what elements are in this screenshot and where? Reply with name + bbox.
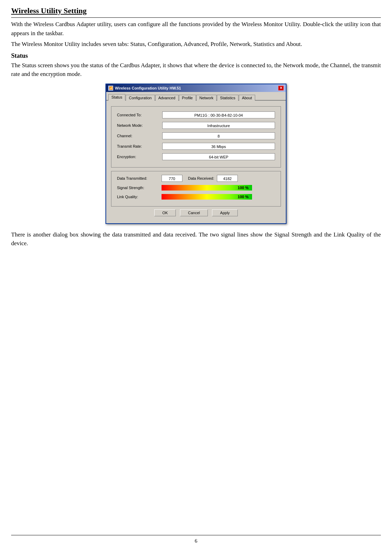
intro-paragraph-2: The Wireless Monitor Utility includes se…: [11, 40, 381, 49]
apply-button[interactable]: Apply: [212, 209, 238, 216]
link-quality-label: Link Quality:: [117, 195, 159, 199]
link-quality-percent: 100 %: [238, 194, 249, 200]
cancel-button[interactable]: Cancel: [180, 209, 208, 216]
data-received-label: Data Received:: [188, 176, 214, 180]
footer-paragraph: There is another dialog box showing the …: [11, 230, 381, 248]
link-quality-row: Link Quality: 100 %: [117, 194, 275, 200]
link-quality-fill: 100 %: [162, 194, 252, 200]
network-mode-row: Network Mode: Infrastructure: [117, 122, 275, 129]
connected-to-value: PM11G : 00-30-B4-82-10-04: [162, 111, 275, 118]
tab-configuration[interactable]: Configuration: [126, 95, 155, 101]
channel-label: Channel:: [117, 134, 162, 138]
ok-button[interactable]: OK: [154, 209, 176, 216]
tab-status[interactable]: Status: [108, 94, 125, 101]
titlebar-left: 📶 Wireless Configuration Utility HW.51: [108, 86, 181, 91]
tab-network[interactable]: Network: [196, 95, 217, 101]
dialog-icon: 📶: [108, 86, 113, 91]
signal-strength-percent: 100 %: [238, 185, 249, 191]
connected-to-row: Connected To: PM11G : 00-30-B4-82-10-04: [117, 111, 275, 118]
signal-strength-row: Signal Strength: 100 %: [117, 185, 275, 191]
network-mode-label: Network Mode:: [117, 123, 162, 127]
channel-value: 8: [162, 132, 275, 139]
tab-bar: Status Configuration Advanced Profile Ne…: [106, 92, 286, 101]
signal-strength-label: Signal Strength:: [117, 186, 159, 190]
link-quality-bar: 100 %: [162, 194, 252, 200]
status-paragraph: The Status screen shows you the status o…: [11, 61, 381, 79]
page-number: 6: [195, 538, 197, 544]
data-transmitted-label: Data Transmitted:: [117, 176, 159, 180]
top-divider: [11, 17, 381, 18]
channel-row: Channel: 8: [117, 132, 275, 139]
dialog-title-text: Wireless Configuration Utility HW.51: [115, 86, 181, 90]
wireless-config-dialog: 📶 Wireless Configuration Utility HW.51 ✕…: [105, 84, 287, 224]
transmit-rate-label: Transmit Rate:: [117, 144, 162, 148]
tab-about[interactable]: About: [239, 95, 255, 101]
data-transmitted-row: Data Transmitted: 770 Data Received: 418…: [117, 175, 275, 182]
dialog-wrapper: 📶 Wireless Configuration Utility HW.51 ✕…: [11, 84, 381, 224]
status-heading: Status: [11, 52, 381, 60]
tab-profile[interactable]: Profile: [179, 95, 196, 101]
encryption-value: 64-bit WEP: [162, 153, 275, 160]
data-signal-section: Data Transmitted: 770 Data Received: 418…: [111, 171, 281, 207]
dialog-body: Connected To: PM11G : 00-30-B4-82-10-04 …: [106, 101, 286, 223]
connected-to-label: Connected To:: [117, 113, 162, 117]
data-received-value: 4182: [217, 175, 238, 182]
encryption-label: Encryption:: [117, 155, 162, 159]
transmit-rate-row: Transmit Rate: 36 Mbps: [117, 143, 275, 150]
transmit-rate-value: 36 Mbps: [162, 143, 275, 150]
encryption-row: Encryption: 64-bit WEP: [117, 153, 275, 160]
network-mode-value: Infrastructure: [162, 122, 275, 129]
status-fields-section: Connected To: PM11G : 00-30-B4-82-10-04 …: [111, 106, 281, 168]
tab-statistics[interactable]: Statistics: [217, 95, 238, 101]
signal-strength-bar: 100 %: [162, 185, 252, 191]
data-transmitted-value: 770: [162, 175, 182, 182]
tab-advanced[interactable]: Advanced: [155, 95, 179, 101]
page-title: Wireless Utility Setting: [11, 6, 381, 15]
close-button[interactable]: ✕: [278, 86, 284, 91]
dialog-buttons: OK Cancel Apply: [111, 207, 281, 218]
intro-paragraph-1: With the Wireless Cardbus Adapter utilit…: [11, 20, 381, 38]
bottom-divider: [11, 535, 381, 535]
signal-strength-fill: 100 %: [162, 185, 252, 191]
dialog-titlebar: 📶 Wireless Configuration Utility HW.51 ✕: [106, 84, 286, 92]
